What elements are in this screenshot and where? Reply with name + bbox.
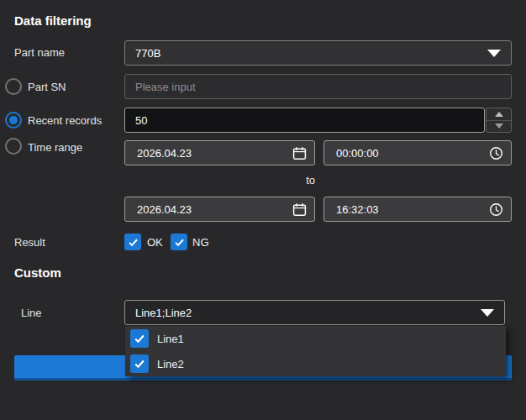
line-option-label: Line2 [157,358,184,370]
to-label: to [269,174,315,186]
spin-up-icon [495,112,503,117]
time-range-radio[interactable] [5,138,22,155]
spin-down-button[interactable] [487,120,511,133]
end-date-field[interactable]: 2026.04.23 [124,197,315,222]
line-select[interactable]: Line1;Line2 [124,300,505,325]
recent-records-spinbox [124,108,512,133]
result-ok-checkbox[interactable] [124,234,141,250]
spin-up-button[interactable] [487,108,511,120]
line-option-1[interactable]: Line1 [125,326,506,351]
calendar-icon[interactable] [292,202,307,217]
line-dropdown-popup: Line1 Line2 [125,326,506,376]
line-select-value: Line1;Line2 [135,307,192,319]
line1-checkbox[interactable] [130,329,149,348]
result-ng-checkbox[interactable] [171,234,187,250]
calendar-icon[interactable] [292,146,307,160]
check-icon [174,237,185,248]
start-date-value: 2026.04.23 [137,147,192,160]
spin-buttons [486,108,512,133]
result-label: Result [14,236,45,249]
line-option-2[interactable]: Line2 [125,351,506,376]
result-ok-label: OK [147,236,163,249]
result-ng-label: NG [192,236,209,249]
end-time-value: 16:32:03 [336,203,379,216]
spin-down-icon [495,123,503,129]
line2-checkbox[interactable] [130,354,149,373]
line-label: Line [21,307,42,319]
part-name-select[interactable]: 770B [124,40,512,66]
check-icon [134,333,145,344]
clock-icon[interactable] [489,146,503,160]
chevron-down-icon [481,309,494,317]
part-name-label: Part name [14,46,65,59]
time-range-label: Time range [28,141,82,154]
part-sn-input[interactable] [124,74,512,99]
recent-records-label: Recent records [28,114,102,127]
section-title-data-filtering: Data filtering [14,14,92,28]
start-date-field[interactable]: 2026.04.23 [124,140,315,165]
end-time-field[interactable]: 16:32:03 [323,197,512,222]
clock-icon[interactable] [489,202,503,217]
start-time-field[interactable]: 00:00:00 [323,140,512,165]
check-icon [128,237,139,248]
recent-records-input[interactable] [124,108,485,133]
end-date-value: 2026.04.23 [137,203,192,216]
data-filtering-panel: Data filtering Part name 770B Part SN Re… [0,0,526,420]
line-option-label: Line1 [157,333,184,345]
section-title-custom: Custom [14,266,61,280]
part-sn-label: Part SN [28,81,66,93]
part-sn-radio[interactable] [5,78,22,95]
part-name-value: 770B [135,47,160,60]
chevron-down-icon [487,50,501,57]
start-time-value: 00:00:00 [336,147,379,160]
check-icon [134,358,145,370]
recent-records-radio[interactable] [5,112,22,129]
